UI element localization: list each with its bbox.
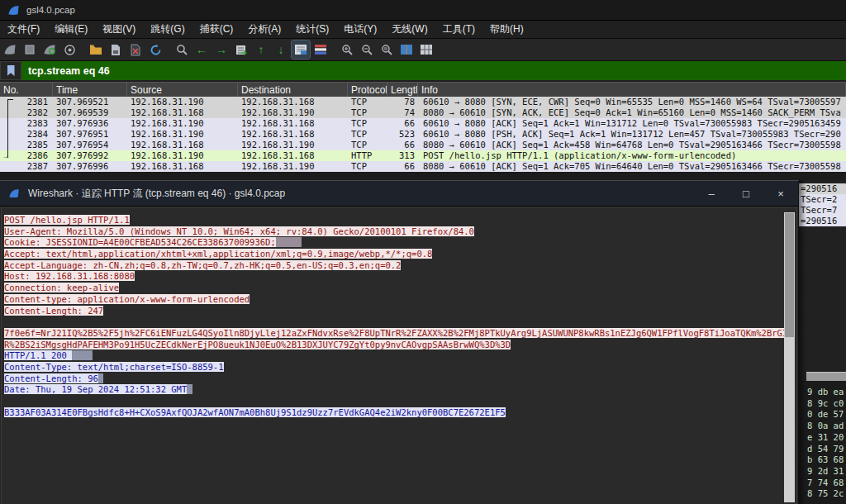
packet-cell-proto: HTTP bbox=[348, 150, 387, 161]
go-down-icon[interactable]: ↓ bbox=[272, 40, 290, 59]
stream-line-text: Connection: keep-alive bbox=[4, 283, 119, 292]
packet-cell-dst: 192.168.31.168 bbox=[238, 118, 348, 129]
stream-line-client: Connection: keep-alive bbox=[4, 283, 782, 294]
bookmark-icon bbox=[7, 65, 15, 76]
menu-item[interactable]: 编辑(E) bbox=[47, 21, 95, 38]
dialog-shadow bbox=[798, 180, 806, 504]
follow-stream-dialog: Wireshark · 追踪 HTTP 流 (tcp.stream eq 46)… bbox=[0, 180, 799, 504]
zoom-in-icon[interactable] bbox=[338, 40, 356, 59]
packet-cell-proto: TCP bbox=[348, 118, 387, 129]
menu-item[interactable]: 捕获(C) bbox=[192, 21, 241, 38]
packet-cell-no: 2387 bbox=[0, 161, 53, 172]
packet-cell-info: 60610 → 8080 [SYN, ECE, CWR] Seq=0 Win=6… bbox=[418, 97, 846, 107]
column-header-lengtl[interactable]: Lengtl bbox=[387, 83, 418, 97]
stream-line-text: HTTP/1.1 200 bbox=[4, 350, 72, 360]
go-up-icon[interactable]: ↑ bbox=[252, 40, 270, 59]
stream-line-blank bbox=[4, 396, 782, 407]
dialog-titlebar[interactable]: Wireshark · 追踪 HTTP 流 (tcp.stream eq 46)… bbox=[0, 181, 798, 207]
packet-list-header[interactable]: No.TimeSourceDestinationProtocolLengtlIn… bbox=[0, 82, 846, 97]
column-header-time[interactable]: Time bbox=[53, 83, 127, 97]
packet-cell-time: 307.969539 bbox=[53, 107, 127, 118]
go-back-icon[interactable]: ← bbox=[192, 40, 211, 59]
menu-item[interactable]: 工具(T) bbox=[435, 21, 482, 38]
packet-row[interactable]: 2386307.976992192.168.31.190192.168.31.1… bbox=[0, 150, 846, 161]
packet-cell-dst: 192.168.31.190 bbox=[238, 107, 348, 118]
packet-list-gap bbox=[0, 172, 846, 180]
dialog-close-button[interactable]: × bbox=[763, 181, 798, 206]
capture-options-icon[interactable] bbox=[60, 40, 78, 59]
stream-line-text: Host: 192.168.31.168:8080 bbox=[4, 271, 135, 281]
packet-row[interactable]: 2383307.976936192.168.31.190192.168.31.1… bbox=[0, 118, 846, 129]
column-header-protocol[interactable]: Protocol bbox=[348, 83, 387, 97]
packet-cell-info: 8080 → 60610 [ACK] Seq=1 Ack=705 Win=646… bbox=[418, 161, 846, 172]
packet-row[interactable]: 2384307.976951192.168.31.190192.168.31.1… bbox=[0, 129, 846, 140]
packet-cell-src: 192.168.31.190 bbox=[127, 97, 238, 107]
stream-line-text: Content-Length: 96 bbox=[4, 373, 98, 383]
capture-start-icon[interactable] bbox=[1, 40, 19, 59]
colorize-icon[interactable] bbox=[311, 40, 330, 59]
open-file-icon[interactable] bbox=[87, 40, 105, 59]
packet-cell-time: 307.976951 bbox=[53, 129, 127, 140]
stream-line-client: Accept: text/html,application/xhtml+xml,… bbox=[4, 249, 782, 260]
packet-cell-time: 307.976936 bbox=[53, 118, 127, 129]
menu-item[interactable]: 电话(Y) bbox=[336, 21, 384, 38]
stream-content-pane: POST /hello.jsp HTTP/1.1User-Agent: Mozi… bbox=[1, 207, 797, 504]
stream-line-client: Content-Length: 247 bbox=[4, 306, 782, 317]
column-header-info[interactable]: Info bbox=[418, 83, 846, 97]
packet-row[interactable]: 2385307.976954192.168.31.168192.168.31.1… bbox=[0, 140, 846, 150]
packet-cell-dst: 192.168.31.190 bbox=[238, 161, 348, 172]
capture-restart-icon[interactable] bbox=[40, 40, 59, 59]
column-header-no[interactable]: No. bbox=[0, 83, 53, 97]
column-header-destination[interactable]: Destination bbox=[238, 83, 348, 97]
go-forward-icon[interactable]: → bbox=[212, 40, 231, 59]
capture-stop-icon[interactable] bbox=[21, 40, 39, 59]
stream-line-client: R%2BS2iSMgsgHdPAFEHM3Po91H5UcZECdkNerEjP… bbox=[4, 340, 782, 351]
resize-columns-icon[interactable] bbox=[397, 40, 416, 59]
stream-line-blank bbox=[4, 316, 782, 328]
resize-grid-icon[interactable] bbox=[417, 40, 435, 59]
column-header-source[interactable]: Source bbox=[127, 83, 238, 97]
find-packet-icon[interactable] bbox=[173, 40, 191, 59]
main-titlebar: gsl4.0.pcap bbox=[0, 0, 846, 21]
menu-item[interactable]: 无线(W) bbox=[384, 21, 435, 38]
stream-text[interactable]: POST /hello.jsp HTTP/1.1User-Agent: Mozi… bbox=[4, 215, 782, 418]
dialog-minimize-button[interactable]: – bbox=[694, 181, 729, 206]
save-file-icon[interactable] bbox=[107, 40, 125, 59]
menu-item[interactable]: 文件(F) bbox=[0, 21, 47, 38]
filter-bookmark-button[interactable] bbox=[0, 61, 21, 80]
stream-line-text: Date: Thu, 19 Sep 2024 12:51:32 GMT bbox=[4, 384, 187, 394]
go-to-packet-icon[interactable] bbox=[232, 40, 250, 59]
stream-line-text: Accept: text/html,application/xhtml+xml,… bbox=[4, 249, 432, 259]
packet-cell-len: 66 bbox=[387, 161, 418, 172]
stream-line-client: Accept-Language: zh-CN,zh;q=0.8,zh-TW;q=… bbox=[4, 260, 782, 272]
packet-row[interactable]: 2381307.969521192.168.31.190192.168.31.1… bbox=[0, 97, 846, 107]
packet-cell-dst: 192.168.31.168 bbox=[238, 97, 348, 107]
packet-cell-len: 313 bbox=[387, 150, 418, 161]
reload-icon[interactable] bbox=[146, 40, 164, 59]
packet-row[interactable]: 2382307.969539192.168.31.168192.168.31.1… bbox=[0, 107, 846, 118]
stream-line-server: Content-Type: text/html;charset=ISO-8859… bbox=[4, 362, 782, 373]
zoom-reset-icon[interactable] bbox=[378, 40, 396, 59]
packet-row[interactable]: 2387307.976996192.168.31.168192.168.31.1… bbox=[0, 161, 846, 172]
zoom-out-icon[interactable] bbox=[358, 40, 376, 59]
stream-line-trail-highlight bbox=[276, 237, 302, 247]
menu-item[interactable]: 分析(A) bbox=[240, 21, 288, 38]
auto-scroll-icon[interactable] bbox=[292, 40, 310, 59]
packet-cell-src: 192.168.31.190 bbox=[127, 118, 238, 129]
dialog-scrollbar-thumb[interactable] bbox=[785, 213, 794, 337]
dialog-maximize-button[interactable]: □ bbox=[729, 181, 763, 206]
close-file-icon[interactable] bbox=[126, 40, 145, 59]
packet-cell-dst: 192.168.31.190 bbox=[238, 140, 348, 150]
stream-line-client: 7f0e6f=NrJ21IQ%2B5%2F5jh%2FC6iENFuzLG4QS… bbox=[4, 328, 782, 340]
packet-cell-dst: 192.168.31.168 bbox=[238, 129, 348, 140]
dialog-scrollbar[interactable] bbox=[784, 212, 795, 502]
stream-line-server: Date: Thu, 19 Sep 2024 12:51:32 GMT bbox=[4, 384, 782, 396]
menu-item[interactable]: 帮助(H) bbox=[482, 21, 531, 38]
display-filter-input[interactable]: tcp.stream eq 46 bbox=[21, 61, 846, 80]
packet-cell-time: 307.976992 bbox=[53, 150, 127, 161]
packet-cell-len: 66 bbox=[387, 140, 418, 150]
menu-item[interactable]: 视图(V) bbox=[95, 21, 143, 38]
menu-item[interactable]: 跳转(G) bbox=[143, 21, 192, 38]
menu-item[interactable]: 统计(S) bbox=[288, 21, 336, 38]
packet-cell-len: 66 bbox=[387, 118, 418, 129]
